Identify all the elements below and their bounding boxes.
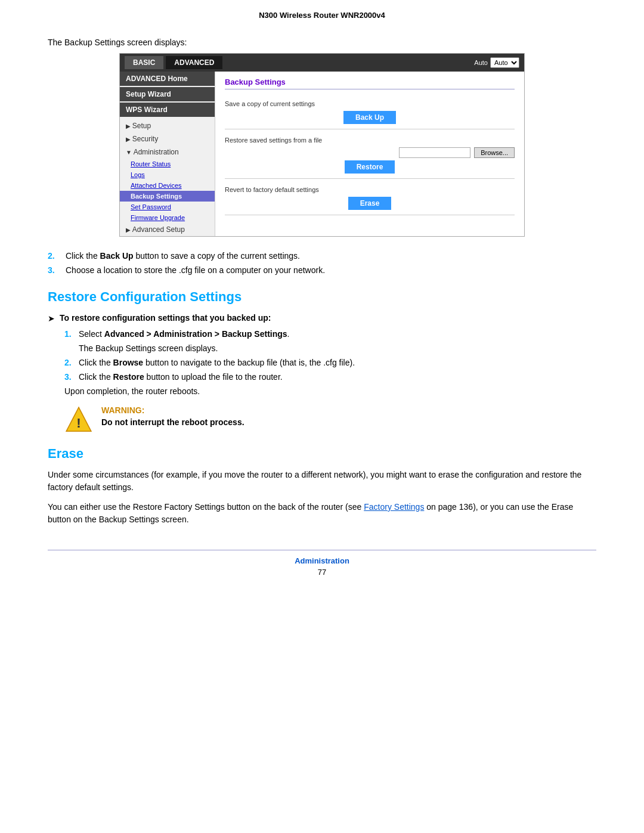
arrow-icon: ➤: [48, 314, 55, 323]
restore-step-2-num: 2.: [64, 358, 79, 367]
step-2-item: 2. Click the Back Up button to save a co…: [48, 251, 596, 261]
restore-step-screen-num: [64, 343, 79, 353]
sidebar-advanced-setup[interactable]: Advanced Setup: [120, 223, 215, 236]
footer-page-number: 77: [48, 568, 596, 577]
restore-step-screen: The Backup Settings screen displays.: [64, 343, 596, 353]
router-main-content: Backup Settings Save a copy of current s…: [215, 72, 524, 236]
back-up-button[interactable]: Back Up: [343, 111, 396, 124]
intro-text: The Backup Settings screen displays:: [48, 38, 596, 47]
backup-up-section: Save a copy of current settings Back Up: [225, 95, 515, 129]
backup-settings-title: Backup Settings: [225, 78, 515, 89]
svg-text:!: !: [76, 416, 80, 431]
auto-select-container: Auto Auto: [474, 57, 519, 68]
restore-step-1-text: Select Advanced > Administration > Backu…: [79, 329, 289, 339]
warning-message: Do not interrupt the reboot process.: [101, 417, 244, 427]
restore-step-3: 3. Click the Restore button to upload th…: [64, 372, 596, 382]
router-ui-body: ADVANCED Home Setup Wizard WPS Wizard Se…: [120, 72, 524, 236]
erase-button[interactable]: Erase: [348, 197, 392, 210]
erase-paragraph-2: You can either use the Restore Factory S…: [48, 501, 596, 526]
auto-label: Auto: [474, 59, 488, 66]
restore-section: Restore saved settings from a file Brows…: [225, 132, 515, 179]
restore-step-1-num: 1.: [64, 329, 79, 339]
erase-section: Revert to factory default settings Erase: [225, 181, 515, 215]
steps-after-screenshot: 2. Click the Back Up button to save a co…: [48, 251, 596, 275]
sidebar-setup-wizard[interactable]: Setup Wizard: [120, 87, 215, 101]
erase-heading: Erase: [48, 446, 596, 462]
tab-basic[interactable]: BASIC: [125, 56, 163, 69]
sidebar-set-password[interactable]: Set Password: [120, 202, 215, 212]
browse-file-input[interactable]: [399, 147, 470, 158]
step-3-text: Choose a location to store the .cfg file…: [66, 265, 596, 275]
warning-title: WARNING:: [101, 405, 244, 415]
sidebar-setup-section[interactable]: Setup: [120, 119, 215, 132]
sidebar-backup-settings[interactable]: Backup Settings: [120, 191, 215, 202]
router-sidebar: ADVANCED Home Setup Wizard WPS Wizard Se…: [120, 72, 215, 236]
erase-para2-before: You can either use the Restore Factory S…: [48, 502, 364, 512]
sidebar-router-status[interactable]: Router Status: [120, 159, 215, 169]
sidebar-admin-section[interactable]: Administration: [120, 145, 215, 159]
restore-step-2-text: Click the Browse button to navigate to t…: [79, 358, 355, 367]
tab-advanced[interactable]: ADVANCED: [166, 56, 222, 69]
factory-settings-link[interactable]: Factory Settings: [364, 502, 424, 512]
auto-dropdown[interactable]: Auto: [490, 57, 519, 68]
warning-box: ! WARNING: Do not interrupt the reboot p…: [64, 405, 596, 434]
sidebar-wps-wizard[interactable]: WPS Wizard: [120, 103, 215, 117]
completion-text: Upon completion, the router reboots.: [64, 386, 596, 396]
restore-button[interactable]: Restore: [345, 160, 395, 174]
router-ui-header: BASIC ADVANCED Auto Auto: [120, 54, 524, 72]
step-3-number: 3.: [48, 265, 62, 275]
step-2-text: Click the Back Up button to save a copy …: [66, 251, 596, 261]
sidebar-security-section[interactable]: Security: [120, 132, 215, 145]
browse-row: Browse...: [225, 147, 515, 158]
restore-step-3-text: Click the Restore button to upload the f…: [79, 372, 283, 382]
restore-step-3-num: 3.: [64, 372, 79, 382]
footer-label: Administration: [48, 556, 596, 565]
browse-button[interactable]: Browse...: [474, 147, 515, 158]
restore-bullet: ➤ To restore configuration settings that…: [48, 313, 596, 323]
restore-step-2: 2. Click the Browse button to navigate t…: [64, 358, 596, 367]
restore-config-heading: Restore Configuration Settings: [48, 289, 596, 305]
restore-bullet-label: To restore configuration settings that y…: [60, 313, 271, 323]
step-2-number: 2.: [48, 251, 62, 261]
erase-label: Revert to factory default settings: [225, 186, 515, 193]
sidebar-attached-devices[interactable]: Attached Devices: [120, 180, 215, 191]
step-3-item: 3. Choose a location to store the .cfg f…: [48, 265, 596, 275]
restore-step-1: 1. Select Advanced > Administration > Ba…: [64, 329, 596, 339]
page-footer: Administration 77: [48, 550, 596, 577]
router-ui-screenshot: BASIC ADVANCED Auto Auto ADVANCED Home S…: [119, 53, 525, 237]
sidebar-firmware-upgrade[interactable]: Firmware Upgrade: [120, 212, 215, 223]
restore-step-screen-text: The Backup Settings screen displays.: [79, 343, 218, 353]
warning-content: WARNING: Do not interrupt the reboot pro…: [101, 405, 244, 427]
sidebar-logs[interactable]: Logs: [120, 169, 215, 180]
sidebar-advanced-home[interactable]: ADVANCED Home: [120, 72, 215, 86]
erase-paragraph-1: Under some circumstances (for example, i…: [48, 469, 596, 494]
save-label: Save a copy of current settings: [225, 100, 515, 107]
restore-label: Restore saved settings from a file: [225, 137, 515, 144]
page-header: N300 Wireless Router WNR2000v4: [48, 0, 596, 26]
warning-triangle-icon: !: [64, 405, 93, 434]
restore-sub-steps: 1. Select Advanced > Administration > Ba…: [64, 329, 596, 382]
page-title: N300 Wireless Router WNR2000v4: [259, 11, 385, 20]
content-area: The Backup Settings screen displays: BAS…: [48, 26, 596, 589]
